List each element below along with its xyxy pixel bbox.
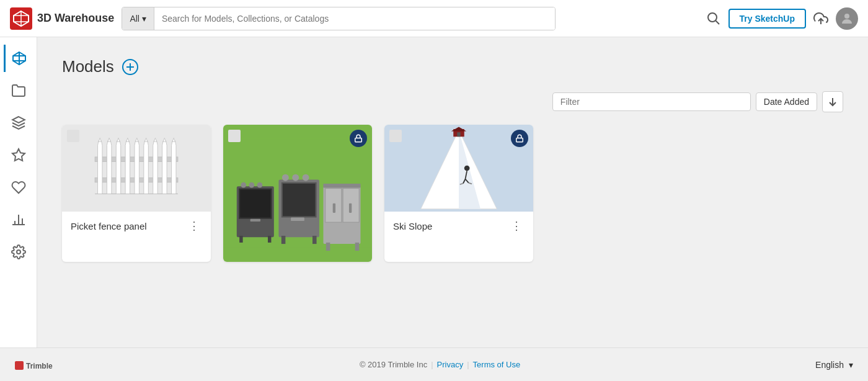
svg-marker-27 [98, 140, 102, 194]
svg-point-8 [844, 14, 849, 19]
picket-fence-image [73, 132, 200, 205]
svg-rect-71 [326, 243, 330, 251]
card-thumbnail-ovens [223, 125, 372, 262]
lock-icon [515, 134, 524, 143]
svg-rect-49 [240, 190, 270, 218]
svg-marker-28 [99, 138, 101, 141]
search-button[interactable] [706, 11, 721, 26]
layers-icon [11, 115, 26, 130]
card-ski-slope[interactable]: Ski Slope ⋮ [384, 125, 533, 262]
svg-marker-38 [144, 138, 147, 141]
language-label: English [815, 360, 844, 370]
svg-point-52 [249, 182, 254, 188]
card-three-ovens[interactable]: Three ovens ⋮ [223, 125, 372, 262]
card-menu-button[interactable]: ⋮ [508, 219, 525, 233]
card-thumbnail-ski [384, 125, 533, 212]
sidebar-item-models[interactable] [4, 45, 33, 72]
svg-marker-37 [144, 140, 148, 194]
search-icon [706, 11, 721, 26]
footer-right: English ▾ [815, 360, 853, 370]
svg-rect-59 [291, 218, 304, 221]
svg-rect-86 [15, 361, 24, 370]
sidebar-item-stack[interactable] [5, 109, 32, 137]
footer: Trimble © 2019 Trimble Inc | Privacy | T… [0, 347, 868, 381]
sidebar [0, 37, 37, 347]
footer-center: © 2019 Trimble Inc | Privacy | Terms of … [64, 360, 815, 369]
language-dropdown[interactable]: ▾ [849, 360, 853, 370]
folder-icon [11, 83, 26, 98]
page-title: Models [62, 57, 114, 76]
svg-marker-31 [116, 140, 120, 194]
user-icon [839, 11, 854, 26]
svg-rect-79 [457, 132, 460, 137]
add-model-button[interactable] [122, 58, 139, 76]
card-thumbnail-picket [62, 125, 211, 212]
privacy-link[interactable]: Privacy [437, 360, 464, 369]
search-input[interactable] [154, 7, 555, 30]
sort-date-button[interactable]: Date Added [756, 92, 817, 111]
content-area: Models Date Added [37, 37, 868, 347]
svg-marker-30 [108, 138, 110, 141]
svg-rect-50 [250, 219, 260, 222]
card-select-box [67, 130, 79, 142]
models-header: Models [62, 57, 843, 76]
card-picket-fence[interactable]: Picket fence panel ⋮ [62, 125, 211, 262]
svg-line-6 [715, 20, 719, 24]
svg-marker-42 [163, 138, 166, 141]
sort-down-icon [827, 96, 838, 107]
filter-input[interactable] [552, 92, 751, 111]
footer-logo: Trimble [15, 359, 64, 371]
svg-marker-32 [117, 138, 120, 141]
svg-marker-44 [172, 138, 175, 141]
svg-rect-54 [239, 236, 242, 243]
logo-area: 3D Warehouse [10, 7, 114, 30]
card-select-box [228, 130, 241, 142]
search-filter-dropdown[interactable]: All ▾ [122, 7, 154, 30]
sidebar-item-settings[interactable] [5, 238, 32, 266]
terms-link[interactable]: Terms of Use [473, 360, 521, 369]
svg-rect-69 [349, 204, 352, 213]
svg-point-53 [257, 182, 263, 188]
header-actions: Try SketchUp [706, 7, 858, 30]
svg-rect-63 [281, 236, 286, 244]
svg-point-5 [708, 13, 717, 22]
logo-text: 3D Warehouse [37, 12, 114, 25]
svg-marker-29 [107, 140, 111, 194]
svg-rect-45 [355, 138, 362, 141]
svg-point-51 [241, 182, 246, 188]
chevron-down-icon: ▾ [142, 14, 146, 24]
sidebar-item-favorites[interactable] [5, 141, 32, 169]
gear-icon [11, 244, 26, 259]
search-area: All ▾ [122, 7, 556, 30]
svg-rect-70 [323, 184, 360, 188]
plus-circle-icon [122, 58, 139, 76]
svg-rect-72 [355, 243, 360, 251]
svg-rect-55 [268, 236, 271, 243]
card-menu-button[interactable]: ⋮ [186, 219, 202, 233]
logo-icon [10, 7, 32, 30]
upload-button[interactable] [813, 11, 828, 26]
svg-point-60 [282, 174, 289, 181]
svg-marker-13 [12, 117, 25, 123]
avatar[interactable] [836, 7, 858, 30]
svg-text:Trimble: Trimble [26, 362, 53, 370]
svg-marker-33 [125, 140, 130, 194]
svg-rect-73 [516, 138, 523, 141]
lock-icon [354, 134, 363, 143]
try-sketchup-button[interactable]: Try SketchUp [728, 9, 806, 29]
main-layout: Models Date Added [0, 37, 868, 347]
svg-marker-41 [162, 140, 167, 194]
sidebar-item-analytics[interactable] [5, 206, 32, 233]
sidebar-item-liked[interactable] [5, 174, 32, 201]
svg-point-19 [17, 250, 20, 254]
sidebar-item-collections[interactable] [5, 77, 32, 104]
heart-icon [11, 180, 26, 195]
svg-marker-39 [153, 140, 157, 194]
svg-marker-40 [154, 138, 156, 141]
star-icon [11, 148, 26, 163]
svg-marker-14 [12, 149, 25, 161]
sort-direction-button[interactable] [822, 91, 843, 112]
chart-icon [11, 212, 26, 227]
svg-rect-68 [333, 204, 335, 213]
upload-icon [813, 11, 828, 26]
